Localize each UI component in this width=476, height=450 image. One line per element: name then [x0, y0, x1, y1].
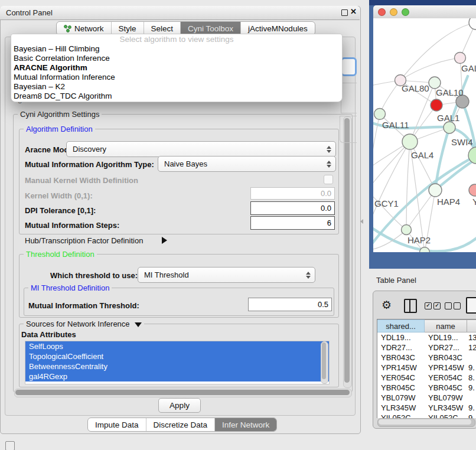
apply-button[interactable]: Apply	[158, 398, 201, 413]
network-node[interactable]	[429, 77, 441, 89]
algorithm-option-bayesian-hill-climbing[interactable]: Bayesian – Hill Climbing	[11, 44, 342, 54]
network-node[interactable]	[420, 247, 430, 253]
algorithm-option-bayesian-k2[interactable]: Bayesian – K2	[11, 82, 342, 92]
table-row[interactable]: YIL052CYIL052C9.	[377, 413, 476, 418]
column-header-extra[interactable]	[467, 319, 476, 332]
screen: Control Panel ✕ NetworkStyleSelectCyni T…	[0, 0, 476, 450]
kernel-width-field: 0.0	[250, 187, 335, 200]
tab-label: Network	[74, 24, 104, 33]
file-icon[interactable]	[466, 297, 476, 314]
network-node[interactable]	[469, 18, 476, 30]
table-row[interactable]: YDL19...YDL19...13	[377, 332, 476, 343]
table-row[interactable]: YPR145WYPR145W9.	[377, 363, 476, 373]
attribute-item-topologicalcoefficient[interactable]: TopologicalCoefficient	[25, 351, 329, 361]
algorithm-option-aracne-algorithm[interactable]: ARACNE Algorithm	[11, 63, 342, 73]
attribute-item-selfloops[interactable]: SelfLoops	[25, 341, 329, 351]
table-row[interactable]: YLR345WYLR345W9.	[377, 403, 476, 413]
tab-discretize-data[interactable]: Discretize Data	[146, 418, 215, 431]
network-node[interactable]	[468, 147, 476, 164]
mac-minimize-icon[interactable]	[390, 8, 397, 16]
table-cell: YBL079W	[377, 393, 425, 402]
tab-impute-data[interactable]: Impute Data	[88, 418, 146, 431]
tab-infer-network[interactable]: Infer Network	[214, 418, 276, 431]
table-row[interactable]: YER054CYER054C8.	[377, 373, 476, 383]
network-node[interactable]	[402, 225, 412, 235]
table-row[interactable]: YBR045CYBR045C9.	[377, 383, 476, 393]
network-window-titlebar[interactable]	[373, 5, 476, 19]
tab-cyni-toolbox[interactable]: Cyni Toolbox	[180, 22, 240, 35]
gear-icon[interactable]: ⚙	[382, 298, 392, 312]
attribute-item-gal4rgexp[interactable]: gal4RGexp	[25, 371, 329, 381]
attribute-item-betweennesscentrality[interactable]: BetweennessCentrality	[25, 361, 329, 371]
aracne-mode-value: Discovery	[67, 145, 327, 154]
kernel-width-label: Kernel Width (0,1):	[25, 191, 93, 200]
tab-label: Discretize Data	[154, 420, 208, 429]
tab-network[interactable]: Network	[57, 22, 111, 35]
close-icon[interactable]: ✕	[350, 7, 357, 16]
tab-style[interactable]: Style	[111, 22, 144, 35]
node-label-gcy1: GCY1	[374, 198, 399, 208]
table-row[interactable]: YBL079WYBL079W	[377, 393, 476, 403]
cyni-bottom-tab-bar: Impute DataDiscretize DataInfer Network	[87, 418, 277, 432]
column-header-name[interactable]: name	[425, 319, 467, 332]
network-edge[interactable]	[373, 142, 410, 191]
network-edge[interactable]	[435, 158, 476, 190]
tab-label: jActiveMNodules	[248, 24, 308, 33]
network-canvas[interactable]: GALGAL80GAL10GAL1GAL11SWI4GAL4GCY1HAP4YH…	[373, 18, 476, 252]
mac-zoom-icon[interactable]	[402, 8, 409, 16]
control-panel-titlebar[interactable]	[0, 6, 360, 20]
combo-arrow-button-focused[interactable]	[341, 57, 357, 76]
network-edge[interactable]	[373, 142, 410, 232]
which-threshold-combo[interactable]: MI Threshold	[138, 267, 315, 283]
network-node[interactable]	[469, 184, 476, 196]
minimized-panel-icon[interactable]	[5, 441, 15, 450]
mi-threshold-definition-title: MI Threshold Definition	[28, 283, 112, 292]
splitter-handle-icon[interactable]	[360, 219, 363, 224]
hidden-panel-fragment	[341, 83, 357, 113]
hub-transcription-label: Hub/Transcription Factor Definition	[25, 236, 143, 245]
aracne-mode-combo[interactable]: Discovery	[66, 141, 336, 157]
mutual-information-threshold-label: Mutual Information Threshold:	[28, 301, 139, 310]
collapse-arrow-icon[interactable]	[135, 322, 142, 327]
network-node[interactable]	[444, 122, 455, 133]
select-all-icon[interactable]: ✓ ✓	[425, 302, 441, 309]
tab-jactivemnodules[interactable]: jActiveMNodules	[240, 22, 315, 35]
algorithm-option-dream8-dc-tdc-algorithm[interactable]: Dream8 DC_TDC Algorithm	[11, 92, 342, 101]
table-row[interactable]: YDR27...YDR27...12	[377, 343, 476, 353]
network-edge[interactable]	[406, 142, 410, 230]
mi-algorithm-type-combo[interactable]: Naive Bayes	[158, 156, 336, 172]
mi-steps-field[interactable]: 6	[250, 216, 335, 230]
column-header-shared[interactable]: shared...	[377, 319, 425, 332]
network-node[interactable]	[429, 184, 442, 197]
node-label-hap2: HAP2	[407, 235, 431, 245]
network-node[interactable]	[455, 53, 466, 64]
network-node[interactable]	[402, 134, 418, 149]
settings-hscrollbar-thumb[interactable]	[15, 390, 350, 395]
dpi-tolerance-field[interactable]: 0.0	[250, 201, 335, 215]
table-row[interactable]: YBR043CYBR043C	[377, 353, 476, 363]
columns-icon[interactable]	[404, 299, 417, 313]
table-cell: YLR345W	[377, 403, 425, 412]
node-label-gal1: GAL1	[437, 113, 459, 123]
network-node[interactable]	[431, 99, 442, 111]
table-cell: YPR145W	[377, 363, 425, 372]
table-header-row: shared...name	[377, 319, 476, 332]
table-cell: YER054C	[425, 373, 467, 382]
network-node[interactable]	[374, 109, 386, 120]
algorithm-option-mutual-information-inference[interactable]: Mutual Information Inference	[11, 73, 342, 82]
expand-arrow-icon[interactable]	[162, 237, 167, 244]
deselect-all-icon[interactable]	[445, 302, 461, 309]
mac-close-icon[interactable]	[378, 8, 386, 16]
algorithm-option-basic-correlation-inference[interactable]: Basic Correlation Inference	[11, 54, 342, 63]
list-vscrollbar-thumb[interactable]	[322, 343, 326, 379]
table-cell: YBL079W	[425, 393, 467, 402]
mi-algorithm-type-value: Naive Bayes	[158, 159, 327, 168]
network-edge[interactable]	[410, 142, 435, 190]
settings-vscrollbar-thumb[interactable]	[344, 118, 350, 383]
float-window-icon[interactable]	[341, 9, 348, 16]
mutual-information-threshold-field[interactable]: 0.5	[248, 298, 332, 311]
network-window-top	[369, 0, 476, 5]
algorithm-placeholder: Select algorithm to view settings	[11, 34, 342, 44]
table-hscrollbar-thumb[interactable]	[379, 419, 471, 425]
tab-select[interactable]: Select	[144, 22, 181, 35]
